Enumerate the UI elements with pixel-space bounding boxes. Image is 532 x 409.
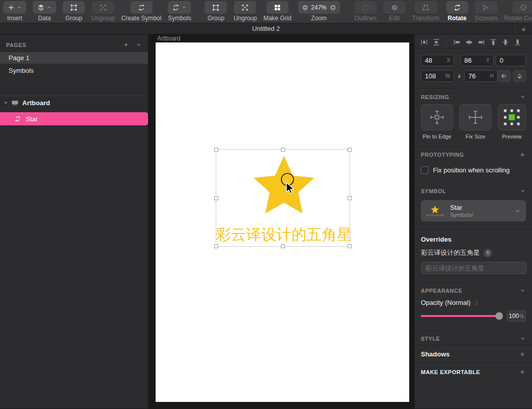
prototyping-section-header[interactable]: PROTOTYPING bbox=[415, 146, 532, 161]
toolbar-make-grid[interactable]: Make Grid bbox=[263, 1, 291, 22]
make-exportable-row: MAKE EXPORTABLE bbox=[415, 363, 532, 381]
pin-to-edge-button[interactable] bbox=[421, 104, 453, 130]
distribute-vertically-icon[interactable] bbox=[432, 38, 441, 47]
pages-header: PAGES bbox=[0, 34, 148, 52]
align-right-icon[interactable] bbox=[477, 38, 486, 47]
lock-aspect-icon[interactable] bbox=[454, 73, 464, 79]
chevron-down-icon bbox=[519, 188, 526, 194]
selection-handle[interactable] bbox=[348, 196, 352, 200]
toolbar-symbols[interactable]: Symbols bbox=[168, 1, 191, 22]
selection-handle[interactable] bbox=[214, 244, 218, 248]
toolbar-outlines: Outlines bbox=[355, 1, 377, 22]
selection-handle[interactable] bbox=[281, 148, 285, 152]
symbol-icon bbox=[137, 4, 146, 12]
preview-green-square bbox=[509, 114, 515, 120]
layer-item-artboard[interactable]: Artboard bbox=[0, 96, 148, 110]
toolbar-transform: Transform bbox=[412, 1, 440, 22]
group-icon bbox=[70, 4, 78, 12]
pin-to-edge-icon bbox=[428, 109, 446, 126]
width-field[interactable]: 108 W bbox=[421, 70, 454, 82]
chevron-down-icon bbox=[181, 5, 187, 10]
toolbar-insert[interactable]: Insert bbox=[3, 1, 26, 22]
x-field[interactable]: 48 X bbox=[421, 55, 454, 66]
add-shadow-icon[interactable] bbox=[519, 351, 526, 358]
layer-list-sidebar: PAGES Page 1 Symbols Artboard Star bbox=[0, 34, 148, 408]
y-field[interactable]: 86 Y bbox=[460, 55, 494, 66]
add-export-icon[interactable] bbox=[519, 369, 526, 376]
selection-handle[interactable] bbox=[348, 148, 352, 152]
fix-size-button[interactable] bbox=[459, 104, 492, 130]
appearance-section-header[interactable]: APPEARANCE bbox=[415, 282, 532, 297]
selection-handle[interactable] bbox=[214, 148, 218, 152]
selection-handle[interactable] bbox=[281, 244, 285, 248]
pin-to-edge-label: Pin to Edge bbox=[421, 133, 453, 140]
height-field[interactable]: 76 H bbox=[464, 70, 498, 82]
toolbar-group-vector[interactable]: Group bbox=[205, 1, 227, 22]
toolbar-group[interactable]: Group bbox=[63, 1, 85, 22]
artboard-title[interactable]: Artboard bbox=[157, 35, 180, 42]
artboard[interactable]: 彩云译设计的五角星 bbox=[156, 42, 409, 402]
toolbar-rotate[interactable]: Rotate bbox=[446, 1, 468, 22]
chevron-down-icon bbox=[46, 5, 52, 10]
chevron-down-icon bbox=[17, 5, 22, 10]
style-section-header[interactable]: STYLE bbox=[415, 330, 532, 345]
selection-handle[interactable] bbox=[214, 196, 218, 200]
preview-label: Preview bbox=[498, 133, 526, 140]
toolbar-data[interactable]: Data bbox=[33, 1, 56, 22]
title-bar: Untitled 2 + bbox=[0, 23, 532, 34]
flip-vertical-button[interactable] bbox=[513, 70, 526, 82]
override-text-input[interactable] bbox=[421, 262, 526, 274]
fix-position-row: Fix position when scrolling bbox=[415, 161, 532, 182]
page-item-symbols[interactable]: Symbols bbox=[0, 65, 148, 76]
selection-handle[interactable] bbox=[348, 244, 352, 248]
resizing-options bbox=[415, 103, 532, 132]
layers-icon bbox=[485, 250, 491, 256]
toolbar-ungroup: Ungroup bbox=[91, 1, 115, 22]
rotation-field[interactable]: 0 bbox=[496, 55, 526, 66]
toolbar-ungroup-vector[interactable]: Ungroup bbox=[233, 1, 257, 22]
layer-item-star-selected[interactable]: Star bbox=[0, 112, 148, 125]
opacity-slider[interactable] bbox=[421, 315, 502, 317]
opacity-value-field[interactable]: 100 % bbox=[507, 310, 526, 322]
resizing-section-header[interactable]: RESIZING bbox=[415, 88, 532, 103]
align-middle-vertical-icon[interactable] bbox=[501, 38, 510, 47]
symbol-section-header[interactable]: SYMBOL bbox=[415, 183, 532, 197]
override-item: 彩云译设计的五角星 bbox=[415, 243, 532, 257]
chevron-down-icon bbox=[514, 208, 521, 214]
rotate-copies-icon bbox=[519, 4, 527, 12]
chevron-down-icon bbox=[519, 94, 526, 100]
align-top-icon[interactable] bbox=[489, 38, 498, 47]
zoom-out-icon[interactable] bbox=[302, 4, 309, 11]
zoom-in-icon[interactable] bbox=[329, 4, 336, 11]
symbol-selector[interactable]: 彩云译设计的五角星 Star Symbols/ bbox=[421, 200, 526, 221]
add-tab-button[interactable]: + bbox=[515, 23, 532, 34]
symbol-thumbnail: 彩云译设计的五角星 bbox=[425, 205, 445, 216]
opacity-label: Opacity (Normal) bbox=[421, 299, 470, 306]
collapse-pages-icon[interactable] bbox=[135, 41, 142, 48]
blend-mode-stepper-icon[interactable] bbox=[473, 299, 480, 306]
divider-dots-icon bbox=[444, 38, 449, 47]
override-layer-badge[interactable] bbox=[483, 249, 492, 257]
fix-position-checkbox[interactable] bbox=[421, 166, 428, 174]
star-icon bbox=[430, 205, 440, 214]
align-left-icon[interactable] bbox=[453, 38, 461, 47]
page-item-page1[interactable]: Page 1 bbox=[0, 52, 148, 64]
fix-size-icon bbox=[467, 109, 484, 126]
add-page-icon[interactable] bbox=[123, 41, 129, 48]
align-center-horizontal-icon[interactable] bbox=[465, 38, 473, 47]
fix-size-label: Fix Size bbox=[459, 133, 492, 140]
inspector-panel: 48 X 86 Y 0 108 W 76 bbox=[414, 34, 532, 408]
transform-icon bbox=[422, 4, 430, 12]
toolbar-create-symbol[interactable]: Create Symbol bbox=[121, 1, 161, 22]
rotate-icon bbox=[453, 4, 461, 12]
opacity-slider-thumb[interactable] bbox=[495, 312, 503, 320]
symbol-instance-icon bbox=[14, 115, 21, 122]
flip-horizontal-button[interactable] bbox=[498, 70, 510, 82]
align-bottom-icon[interactable] bbox=[513, 38, 522, 47]
disclosure-triangle-icon[interactable] bbox=[3, 100, 9, 106]
canvas[interactable]: Artboard 彩云译设计的五角星 bbox=[148, 34, 414, 408]
grid-icon bbox=[273, 4, 281, 12]
distribute-horizontally-icon[interactable] bbox=[420, 38, 428, 47]
add-prototyping-icon[interactable] bbox=[519, 151, 526, 158]
flip-vertical-icon bbox=[516, 72, 523, 80]
